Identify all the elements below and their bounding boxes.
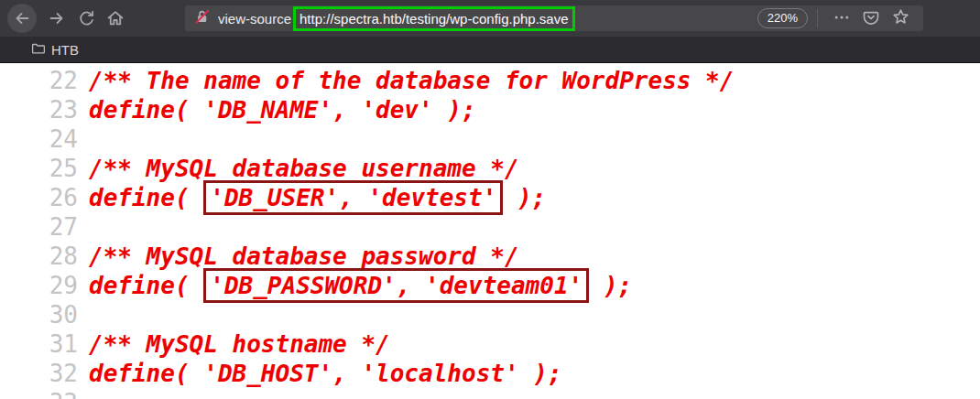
line-number: 29 — [0, 271, 78, 300]
source-line: 33 — [0, 388, 980, 399]
code-text: define( 'DB_USER', 'devtest' ); — [78, 183, 546, 212]
back-button[interactable] — [7, 4, 37, 33]
source-line: 25/** MySQL database username */ — [0, 154, 980, 183]
bookmark-star-button[interactable] — [886, 7, 916, 29]
bookmark-folder-label: HTB — [51, 42, 79, 58]
line-number: 28 — [0, 242, 78, 271]
line-number: 33 — [0, 388, 78, 399]
line-number: 27 — [0, 212, 78, 242]
bookmark-folder-htb[interactable]: HTB — [27, 38, 82, 61]
code-text: define( 'DB_NAME', 'dev' ); — [78, 95, 476, 124]
line-number: 26 — [0, 183, 78, 212]
zoom-level-button[interactable]: 220% — [757, 8, 808, 28]
code-segment: define( 'DB_HOST', 'localhost' ); — [89, 360, 562, 387]
insecure-lock-icon[interactable] — [193, 8, 211, 28]
code-segment: /** MySQL hostname */ — [89, 330, 390, 358]
code-text — [78, 124, 89, 154]
code-text: /** MySQL database password */ — [78, 242, 519, 271]
source-line: 28/** MySQL database password */ — [0, 242, 980, 271]
line-number: 24 — [0, 124, 78, 154]
forward-button[interactable] — [42, 4, 71, 33]
reload-button[interactable] — [71, 4, 101, 33]
line-number: 22 — [0, 66, 78, 95]
urlbar-separator — [817, 9, 818, 27]
source-line: 27 — [0, 212, 980, 242]
source-line: 23define( 'DB_NAME', 'dev' ); — [0, 95, 980, 124]
credential-annotation-box: 'DB_USER', 'devtest' — [203, 180, 503, 215]
code-segment: /** The name of the database for WordPre… — [89, 67, 734, 94]
code-text — [78, 212, 89, 242]
code-segment: define( 'DB_NAME', 'dev' ); — [89, 96, 476, 124]
code-segment: ); — [589, 272, 632, 299]
pocket-icon — [862, 8, 880, 29]
ellipsis-icon — [833, 8, 851, 29]
star-icon — [891, 7, 910, 29]
source-line: 26define( 'DB_USER', 'devtest' ); — [0, 183, 980, 212]
code-text — [78, 300, 89, 329]
source-line: 24 — [0, 124, 980, 154]
code-segment: define( — [89, 272, 203, 299]
back-arrow-icon — [12, 8, 32, 28]
code-segment: /** MySQL database username */ — [89, 155, 519, 182]
home-icon — [105, 8, 125, 28]
code-text: /** MySQL database username */ — [78, 154, 519, 183]
code-text: define( 'DB_HOST', 'localhost' ); — [78, 359, 562, 388]
code-segment: /** MySQL database password */ — [89, 243, 519, 270]
code-text: /** The name of the database for WordPre… — [78, 66, 734, 95]
source-line: 32define( 'DB_HOST', 'localhost' ); — [0, 359, 980, 388]
line-number: 31 — [0, 329, 78, 359]
source-line: 22/** The name of the database for WordP… — [0, 66, 980, 95]
source-line: 30 — [0, 300, 980, 329]
browser-toolbar: view-source http://spectra.htb/testing/w… — [0, 0, 980, 37]
forward-arrow-icon — [47, 8, 67, 28]
code-text — [78, 388, 89, 399]
code-segment: ); — [503, 184, 546, 211]
line-number: 23 — [0, 95, 78, 124]
view-source-content: 22/** The name of the database for WordP… — [0, 63, 980, 399]
bookmarks-bar: HTB — [0, 37, 980, 63]
code-text: /** MySQL hostname */ — [78, 329, 390, 359]
page-actions-button[interactable] — [827, 8, 856, 29]
source-line: 29define( 'DB_PASSWORD', 'devteam01' ); — [0, 271, 980, 300]
folder-icon — [30, 40, 47, 59]
home-button[interactable] — [101, 4, 130, 33]
url-scheme-label: view-source — [218, 11, 291, 27]
code-text: define( 'DB_PASSWORD', 'devteam01' ); — [78, 271, 632, 300]
browser-window: view-source http://spectra.htb/testing/w… — [0, 0, 980, 399]
url-text-annotation-box: http://spectra.htb/testing/wp-config.php… — [293, 6, 575, 31]
line-number: 25 — [0, 154, 78, 183]
code-segment: define( — [89, 184, 203, 211]
credential-annotation-box: 'DB_PASSWORD', 'devteam01' — [203, 268, 589, 303]
source-line: 31/** MySQL hostname */ — [0, 329, 980, 359]
reload-icon — [77, 9, 96, 28]
line-number: 32 — [0, 359, 78, 388]
line-number: 30 — [0, 300, 78, 329]
url-bar[interactable]: view-source http://spectra.htb/testing/w… — [185, 5, 923, 31]
source-lines-container: 22/** The name of the database for WordP… — [0, 66, 980, 399]
save-to-pocket-button[interactable] — [856, 8, 886, 29]
